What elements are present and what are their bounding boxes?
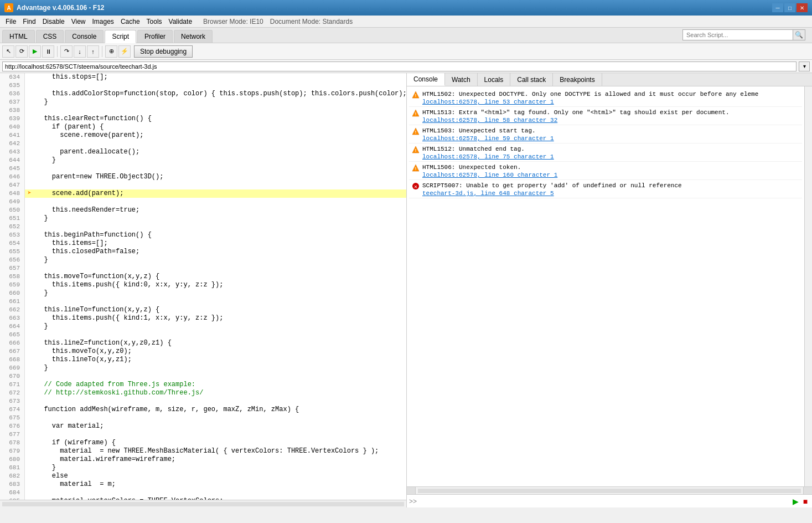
pause-button[interactable]: ⏸ <box>42 45 54 58</box>
code-line-657[interactable]: 657 <box>0 264 406 273</box>
window-controls[interactable]: ─ □ ✕ <box>772 3 808 12</box>
play-button[interactable]: ▶ <box>29 45 41 58</box>
code-line-676[interactable]: 676 var material; <box>0 422 406 430</box>
code-line-659[interactable]: 659 this.items.push({ kind:0, x:x, y:y, … <box>0 281 406 289</box>
code-line-675[interactable]: 675 <box>0 414 406 422</box>
code-line-679[interactable]: 679 material = new THREE.MeshBasicMateri… <box>0 447 406 455</box>
tab-html[interactable]: HTML <box>2 30 35 43</box>
console-stop-button[interactable]: ■ <box>801 497 810 506</box>
menu-disable[interactable]: Disable <box>39 17 68 27</box>
code-line-682[interactable]: 682 else <box>0 472 406 480</box>
message-link-4[interactable]: localhost:62578, line 160 character 1 <box>422 172 800 178</box>
message-link-0[interactable]: localhost:62578, line 53 character 1 <box>422 99 800 105</box>
code-line-660[interactable]: 660 } <box>0 289 406 298</box>
refresh-button[interactable]: ⟳ <box>15 45 28 58</box>
code-line-664[interactable]: 664 } <box>0 322 406 331</box>
step-over-button[interactable]: ↷ <box>60 45 73 58</box>
code-line-671[interactable]: 671 // Code adapted from Three.js exampl… <box>0 381 406 389</box>
tab-network[interactable]: Network <box>174 30 213 43</box>
code-line-681[interactable]: 681 } <box>0 464 406 472</box>
code-line-672[interactable]: 672 // http://stemkoski.github.com/Three… <box>0 389 406 397</box>
hscroll-track[interactable] <box>418 489 801 493</box>
console-horizontal-scrollbar[interactable] <box>407 486 812 494</box>
menu-images[interactable]: Images <box>89 17 117 27</box>
code-line-645[interactable]: 645 <box>0 165 406 173</box>
code-line-668[interactable]: 668 this.lineTo(x,y,z1); <box>0 356 406 364</box>
stop-debugging-button[interactable]: Stop debugging <box>134 45 193 58</box>
menu-cache[interactable]: Cache <box>117 17 143 27</box>
tab-script[interactable]: Script <box>105 30 136 43</box>
code-line-643[interactable]: 643 parent.deallocate(); <box>0 148 406 156</box>
exception-button[interactable]: ⚡ <box>118 45 131 58</box>
tab-console[interactable]: Console <box>65 30 104 43</box>
code-line-646[interactable]: 646 parent=new THREE.Object3D(); <box>0 173 406 181</box>
code-line-678[interactable]: 678 if (wireframe) { <box>0 439 406 447</box>
message-link-1[interactable]: localhost:62578, line 58 character 32 <box>422 117 800 124</box>
code-line-653[interactable]: 653 this.beginPath=function() { <box>0 231 406 239</box>
menu-file[interactable]: File <box>2 17 19 27</box>
message-link-5[interactable]: teechart-3d.js, line 648 character 5 <box>422 190 800 197</box>
step-out-button[interactable]: ↑ <box>87 45 99 58</box>
code-line-656[interactable]: 656 } <box>0 256 406 264</box>
code-line-651[interactable]: 651 } <box>0 214 406 223</box>
code-line-666[interactable]: 666 this.lineZ=function(x,y,z0,z1) { <box>0 339 406 347</box>
code-line-634[interactable]: 634 this.stops=[]; <box>0 73 406 81</box>
close-button[interactable]: ✕ <box>797 3 808 12</box>
console-run-button[interactable]: ▶ <box>791 497 800 506</box>
code-line-650[interactable]: 650 this.needsRender=true; <box>0 206 406 214</box>
code-line-673[interactable]: 673 <box>0 397 406 406</box>
code-line-638[interactable]: 638 <box>0 106 406 115</box>
menu-tools[interactable]: Tools <box>143 17 165 27</box>
code-line-652[interactable]: 652 <box>0 223 406 231</box>
maximize-button[interactable]: □ <box>784 3 795 12</box>
code-line-648[interactable]: 648➤ scene.add(parent); <box>0 189 406 198</box>
code-line-684[interactable]: 684 <box>0 489 406 497</box>
menu-validate[interactable]: Validate <box>165 17 195 27</box>
tab-css[interactable]: CSS <box>36 30 64 43</box>
code-line-654[interactable]: 654 this.items=[]; <box>0 239 406 248</box>
console-tab-callstack[interactable]: Call stack <box>510 73 553 86</box>
console-vertical-scrollbar[interactable] <box>804 86 812 486</box>
console-tab-breakpoints[interactable]: Breakpoints <box>553 73 602 86</box>
code-line-661[interactable]: 661 <box>0 298 406 306</box>
code-line-644[interactable]: 644 } <box>0 156 406 165</box>
code-line-680[interactable]: 680 material.wireframe=wireframe; <box>0 455 406 464</box>
code-line-640[interactable]: 640 if (parent) { <box>0 123 406 131</box>
console-tab-watch[interactable]: Watch <box>445 73 478 86</box>
console-tab-console[interactable]: Console <box>407 73 445 86</box>
search-icon[interactable]: 🔍 <box>793 29 805 40</box>
step-into-button[interactable]: ↓ <box>74 45 86 58</box>
code-line-639[interactable]: 639 this.clearRect=function() { <box>0 115 406 123</box>
menu-view[interactable]: View <box>68 17 89 27</box>
code-line-667[interactable]: 667 this.moveTo(x,y,z0); <box>0 347 406 356</box>
code-line-637[interactable]: 637 } <box>0 98 406 106</box>
code-line-636[interactable]: 636 this.addColorStop=function(stop, col… <box>0 90 406 98</box>
code-line-635[interactable]: 635 <box>0 81 406 90</box>
code-line-663[interactable]: 663 this.items.push({ kind:1, x:x, y:y, … <box>0 314 406 322</box>
select-tool-button[interactable]: ↖ <box>2 45 14 58</box>
code-line-665[interactable]: 665 <box>0 331 406 339</box>
code-line-641[interactable]: 641 scene.remove(parent); <box>0 131 406 140</box>
url-input[interactable] <box>2 61 797 71</box>
code-horizontal-scrollbar[interactable] <box>0 500 406 507</box>
menu-find[interactable]: Find <box>19 17 39 27</box>
code-line-677[interactable]: 677 <box>0 430 406 439</box>
code-line-683[interactable]: 683 material = m; <box>0 480 406 489</box>
url-action-button[interactable]: ▾ <box>799 61 810 71</box>
message-link-2[interactable]: localhost:62578, line 59 character 1 <box>422 135 800 142</box>
break-on-new-button[interactable]: ⊕ <box>105 45 117 58</box>
code-line-674[interactable]: 674 function addMesh(wireframe, m, size,… <box>0 406 406 414</box>
code-line-655[interactable]: 655 this.closedPath=false; <box>0 248 406 256</box>
code-line-669[interactable]: 669 } <box>0 364 406 372</box>
code-line-670[interactable]: 670 <box>0 372 406 381</box>
code-line-647[interactable]: 647 <box>0 181 406 189</box>
code-line-662[interactable]: 662 this.lineTo=function(x,y,z) { <box>0 306 406 314</box>
console-tab-locals[interactable]: Locals <box>478 73 511 86</box>
code-line-658[interactable]: 658 this.moveTo=function(x,y,z) { <box>0 273 406 281</box>
code-line-649[interactable]: 649 <box>0 198 406 206</box>
console-input[interactable] <box>419 498 791 505</box>
scrollbar-track[interactable] <box>2 502 404 506</box>
message-link-3[interactable]: localhost:62578, line 75 character 1 <box>422 153 800 160</box>
code-area[interactable]: 634 this.stops=[];635636 this.addColorSt… <box>0 73 406 500</box>
minimize-button[interactable]: ─ <box>772 3 783 12</box>
